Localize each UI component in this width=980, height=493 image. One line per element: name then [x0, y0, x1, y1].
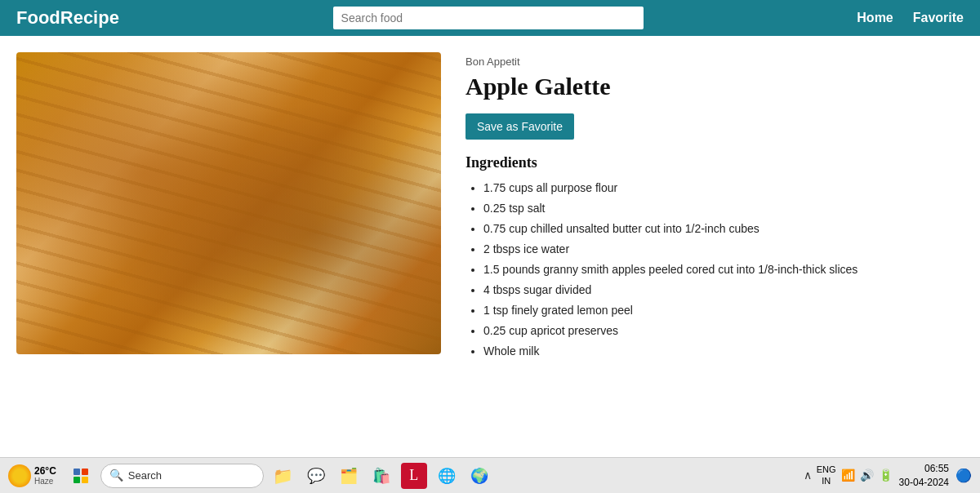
recipe-details: Bon Appetit Apple Galette Save as Favori… [466, 52, 964, 441]
nav-home[interactable]: Home [857, 11, 893, 25]
list-item: 0.75 cup chilled unsalted butter cut int… [483, 220, 964, 238]
recipe-image-container [16, 52, 441, 354]
list-item: 1.75 cups all purpose flour [483, 180, 964, 197]
main-content: Bon Appetit Apple Galette Save as Favori… [0, 36, 980, 457]
ingredients-list: 1.75 cups all purpose flour0.25 tsp salt… [466, 180, 964, 360]
chrome-icon[interactable]: 🌍 [466, 463, 492, 489]
list-item: 1 tsp finely grated lemon peel [483, 302, 964, 319]
weather-widget: 26°C Haze [8, 464, 61, 487]
main-nav: Home Favorite [857, 11, 964, 25]
clock-time: 06:55 [899, 462, 949, 476]
list-item: Whole milk [483, 343, 964, 360]
list-item: 1.5 pounds granny smith apples peeled co… [483, 261, 964, 278]
app-logo: FoodRecipe [16, 7, 119, 29]
store-icon[interactable]: 🛍️ [368, 463, 394, 489]
search-input[interactable] [333, 7, 644, 29]
list-item: 2 tbsps ice water [483, 241, 964, 258]
system-tray: ∧ ENG IN 📶 🔊 🔋 [804, 464, 893, 486]
file-explorer-icon[interactable]: 📁 [270, 463, 296, 489]
clock-date: 30-04-2024 [899, 476, 949, 490]
weather-icon [8, 464, 31, 487]
volume-icon[interactable]: 🔊 [860, 469, 874, 482]
list-item: 0.25 cup apricot preserves [483, 322, 964, 340]
weather-description: Haze [34, 477, 53, 486]
discord-icon[interactable]: 💬 [303, 463, 329, 489]
taskbar-search-bar[interactable]: 🔍 Search [100, 464, 264, 488]
list-item: 0.25 tsp salt [483, 200, 964, 217]
files-icon[interactable]: 🗂️ [336, 463, 362, 489]
taskbar: 26°C Haze 🔍 Search 📁 💬 🗂️ 🛍️ L 🌐 🌍 ∧ ENG… [0, 457, 980, 493]
taskbar-search-label: Search [128, 469, 162, 482]
windows-icon [74, 469, 88, 483]
recipe-image [16, 52, 441, 354]
weather-info: 26°C Haze [34, 465, 56, 486]
taskbar-right: ∧ ENG IN 📶 🔊 🔋 06:55 30-04-2024 🔵 [804, 462, 972, 490]
chevron-up-icon[interactable]: ∧ [804, 469, 812, 482]
system-clock[interactable]: 06:55 30-04-2024 [899, 462, 949, 490]
wifi-icon[interactable]: 📶 [841, 469, 855, 482]
recipe-title: Apple Galette [466, 73, 964, 100]
search-wrapper [119, 7, 857, 29]
notification-icon[interactable]: 🔵 [956, 468, 972, 483]
language-indicator: ENG IN [817, 464, 836, 486]
weather-temperature: 26°C [34, 465, 56, 477]
nav-favorite[interactable]: Favorite [913, 11, 964, 25]
edge-icon[interactable]: 🌐 [434, 463, 460, 489]
start-button[interactable] [68, 463, 94, 489]
ingredients-heading: Ingredients [466, 154, 964, 171]
launcher-icon[interactable]: L [401, 463, 427, 489]
list-item: 4 tbsps sugar divided [483, 282, 964, 299]
recipe-source: Bon Appetit [466, 56, 964, 68]
taskbar-search-icon: 🔍 [109, 469, 123, 482]
header: FoodRecipe Home Favorite [0, 0, 980, 36]
battery-icon[interactable]: 🔋 [879, 469, 893, 482]
save-favorite-button[interactable]: Save as Favorite [466, 113, 574, 140]
